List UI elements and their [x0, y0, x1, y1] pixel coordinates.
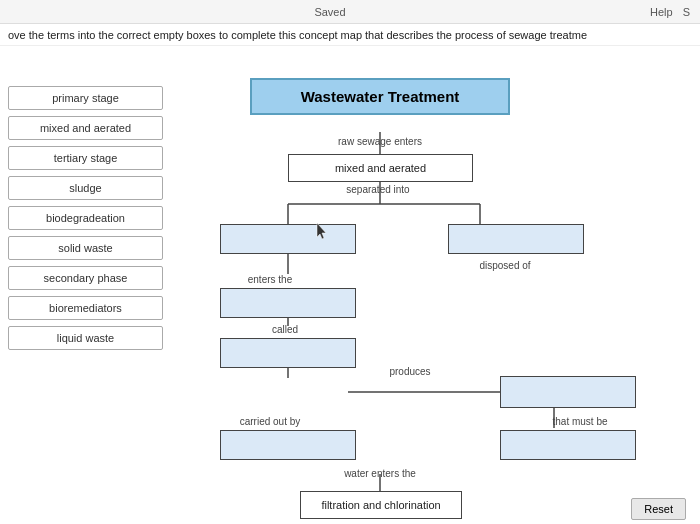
empty-box-right-3[interactable]	[500, 430, 636, 460]
top-bar-right: Help S	[650, 6, 690, 18]
term-primary-stage[interactable]: primary stage	[8, 86, 163, 110]
mixed-aerated-node: mixed and aerated	[288, 154, 473, 182]
left-panel: primary stage mixed and aerated tertiary…	[8, 46, 163, 350]
title-text: Wastewater Treatment	[301, 88, 460, 105]
reset-button[interactable]: Reset	[631, 498, 686, 520]
separated-into-label: separated into	[318, 184, 438, 195]
top-bar-center: Saved	[314, 6, 345, 18]
produces-label: produces	[370, 366, 450, 377]
raw-sewage-label: raw sewage enters	[320, 136, 440, 147]
empty-box-left-1[interactable]	[220, 224, 356, 254]
disposed-of-label: disposed of	[455, 260, 555, 271]
called-label: called	[245, 324, 325, 335]
enters-the-label: enters the	[225, 274, 315, 285]
term-bioremediators[interactable]: bioremediators	[8, 296, 163, 320]
empty-box-left-4[interactable]	[220, 430, 356, 460]
term-secondary-phase[interactable]: secondary phase	[8, 266, 163, 290]
term-tertiary-stage[interactable]: tertiary stage	[8, 146, 163, 170]
diagram-title: Wastewater Treatment	[250, 78, 510, 115]
empty-box-right-1[interactable]	[448, 224, 584, 254]
diagram-area: Wastewater Treatment raw sewage enters m…	[170, 46, 690, 524]
term-liquid-waste[interactable]: liquid waste	[8, 326, 163, 350]
instruction-bar: ove the terms into the correct empty box…	[0, 24, 700, 46]
top-bar: Saved Help S	[0, 0, 700, 24]
help-label: Help	[650, 6, 673, 18]
carried-out-by-label: carried out by	[225, 416, 315, 427]
empty-box-left-3[interactable]	[220, 338, 356, 368]
empty-box-right-2[interactable]	[500, 376, 636, 408]
term-mixed-aerated[interactable]: mixed and aerated	[8, 116, 163, 140]
filtration-node: filtration and chlorination	[300, 491, 462, 519]
s-label: S	[683, 6, 690, 18]
term-solid-waste[interactable]: solid waste	[8, 236, 163, 260]
term-biodegradeation[interactable]: biodegradeation	[8, 206, 163, 230]
empty-box-left-2[interactable]	[220, 288, 356, 318]
instruction-text: ove the terms into the correct empty box…	[8, 29, 587, 41]
water-enters-label: water enters the	[325, 468, 435, 479]
term-sludge[interactable]: sludge	[8, 176, 163, 200]
saved-label: Saved	[314, 6, 345, 18]
that-must-be-label: that must be	[530, 416, 630, 427]
